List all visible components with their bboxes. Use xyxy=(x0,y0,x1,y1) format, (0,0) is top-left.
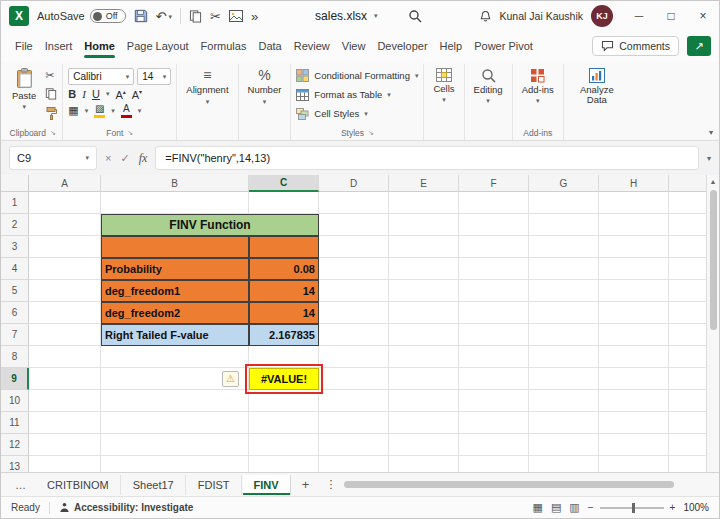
cell-F5[interactable] xyxy=(459,280,529,302)
font-color-dropdown-icon[interactable]: ▾ xyxy=(138,107,142,115)
cell-C11[interactable] xyxy=(249,412,319,434)
cell-E10[interactable] xyxy=(389,390,459,412)
vertical-scroll-thumb[interactable] xyxy=(710,190,717,330)
bold-button[interactable]: B xyxy=(68,88,76,100)
cell-G8[interactable] xyxy=(529,346,599,368)
error-warning-icon[interactable]: ⚠ xyxy=(222,371,239,387)
column-header-h[interactable]: H xyxy=(599,175,669,192)
cell-D13[interactable] xyxy=(319,456,389,472)
zoom-slider-knob[interactable] xyxy=(632,503,635,513)
excel-logo-icon[interactable]: X xyxy=(9,6,29,26)
row-header-12[interactable]: 12 xyxy=(1,434,29,456)
cell-G5[interactable] xyxy=(529,280,599,302)
cell-E1[interactable] xyxy=(389,192,459,214)
name-box[interactable]: C9 ▾ xyxy=(9,146,97,170)
font-size-select[interactable]: 14 ▾ xyxy=(137,68,171,85)
cell-A3[interactable] xyxy=(29,236,101,258)
cell-B4[interactable]: Probability xyxy=(101,258,249,280)
cell-E9[interactable] xyxy=(389,368,459,390)
column-header-f[interactable]: F xyxy=(459,175,529,192)
row-header-9[interactable]: 9 xyxy=(1,368,29,390)
cell-B8[interactable] xyxy=(101,346,249,368)
alignment-button[interactable]: ≡ Alignment ▾ xyxy=(182,64,232,106)
horizontal-scrollbar[interactable] xyxy=(344,480,703,489)
share-button[interactable]: ↗ xyxy=(687,36,711,56)
cell-C8[interactable] xyxy=(249,346,319,368)
cell-F3[interactable] xyxy=(459,236,529,258)
minimize-button[interactable]: ─ xyxy=(623,1,655,31)
comments-button[interactable]: Comments xyxy=(592,36,679,56)
cell-A7[interactable] xyxy=(29,324,101,346)
column-header-b[interactable]: B xyxy=(101,175,249,192)
editing-button[interactable]: Editing ▾ xyxy=(470,64,507,105)
cell-F6[interactable] xyxy=(459,302,529,324)
tab-developer[interactable]: Developer xyxy=(371,34,433,58)
cell-E4[interactable] xyxy=(389,258,459,280)
vertical-scrollbar[interactable]: ▲ xyxy=(706,175,719,472)
save-icon[interactable] xyxy=(134,9,148,23)
cut-icon[interactable]: ✂ xyxy=(210,10,221,23)
autosave-toggle[interactable]: AutoSave Off xyxy=(37,9,126,23)
column-header-d[interactable]: D xyxy=(319,175,389,192)
maximize-button[interactable]: □ xyxy=(655,1,687,31)
cell-A6[interactable] xyxy=(29,302,101,324)
cell-A2[interactable] xyxy=(29,214,101,236)
cell-styles-dropdown-icon[interactable]: ▾ xyxy=(364,110,368,118)
cell-D8[interactable] xyxy=(319,346,389,368)
cell-B2[interactable]: FINV Function xyxy=(101,214,319,236)
cell-D10[interactable] xyxy=(319,390,389,412)
row-header-2[interactable]: 2 xyxy=(1,214,29,236)
cell-B1[interactable] xyxy=(101,192,249,214)
zoom-level[interactable]: 100% xyxy=(683,502,709,513)
tab-power-pivot[interactable]: Power Pivot xyxy=(468,34,539,58)
cell-C13[interactable] xyxy=(249,456,319,472)
cell-D9[interactable] xyxy=(319,368,389,390)
zoom-out-button[interactable]: − xyxy=(588,502,594,513)
alignment-dropdown-icon[interactable]: ▾ xyxy=(206,98,210,106)
cell-F13[interactable] xyxy=(459,456,529,472)
font-color-button[interactable]: A xyxy=(121,104,132,118)
cell-G4[interactable] xyxy=(529,258,599,280)
scroll-up-icon[interactable]: ▲ xyxy=(710,178,717,185)
font-dialog-launcher-icon[interactable]: ↘ xyxy=(127,129,133,137)
cell-F10[interactable] xyxy=(459,390,529,412)
filename-dropdown-icon[interactable]: ▾ xyxy=(374,12,378,20)
row-header-6[interactable]: 6 xyxy=(1,302,29,324)
cell-E2[interactable] xyxy=(389,214,459,236)
cell-C1[interactable] xyxy=(249,192,319,214)
cell-D4[interactable] xyxy=(319,258,389,280)
cell-G6[interactable] xyxy=(529,302,599,324)
number-button[interactable]: % Number ▾ xyxy=(244,64,286,106)
increase-font-button[interactable]: A▴ xyxy=(115,88,125,101)
user-name[interactable]: Kunal Jai Kaushik xyxy=(500,10,583,22)
cell-G7[interactable] xyxy=(529,324,599,346)
zoom-in-button[interactable]: + xyxy=(670,502,676,513)
italic-button[interactable]: I xyxy=(82,88,86,100)
cell-C7[interactable]: 2.167835 xyxy=(249,324,319,346)
normal-view-button[interactable]: ▦ xyxy=(533,501,543,514)
cell-G2[interactable] xyxy=(529,214,599,236)
tab-review[interactable]: Review xyxy=(288,34,336,58)
accessibility-status[interactable]: Accessibility: Investigate xyxy=(59,502,194,513)
cell-A1[interactable] xyxy=(29,192,101,214)
name-box-dropdown-icon[interactable]: ▾ xyxy=(85,154,89,162)
cell-C4[interactable]: 0.08 xyxy=(249,258,319,280)
cell-B5[interactable]: deg_freedom1 xyxy=(101,280,249,302)
conditional-formatting-dropdown-icon[interactable]: ▾ xyxy=(415,72,419,80)
zoom-slider[interactable] xyxy=(600,507,664,509)
tab-file[interactable]: File xyxy=(9,34,39,58)
cell-F1[interactable] xyxy=(459,192,529,214)
insert-function-icon[interactable]: fx xyxy=(139,151,148,166)
cell-G3[interactable] xyxy=(529,236,599,258)
cut-icon[interactable]: ✂ xyxy=(45,69,54,82)
cell-A4[interactable] xyxy=(29,258,101,280)
underline-button[interactable]: U xyxy=(92,88,100,100)
analyze-data-button[interactable]: Analyze Data xyxy=(569,64,625,106)
cells-dropdown-icon[interactable]: ▾ xyxy=(442,96,446,104)
cell-B11[interactable] xyxy=(101,412,249,434)
cell-D3[interactable] xyxy=(319,236,389,258)
cell-D12[interactable] xyxy=(319,434,389,456)
cell-G1[interactable] xyxy=(529,192,599,214)
cell-D6[interactable] xyxy=(319,302,389,324)
cancel-icon[interactable]: × xyxy=(105,152,111,164)
